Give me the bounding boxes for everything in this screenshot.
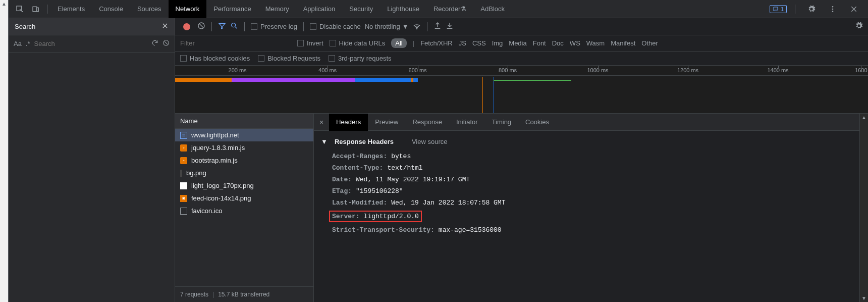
detail-tab-response[interactable]: Response: [405, 114, 449, 131]
third-party-checkbox[interactable]: 3rd-party requests: [329, 55, 392, 62]
header-row: Last-Modified:Wed, 19 Jan 2022 18:07:58 …: [332, 197, 859, 209]
header-value: lighttpd/2.0.0: [364, 213, 419, 220]
disable-cache-checkbox[interactable]: Disable cache: [310, 23, 361, 30]
clear-icon[interactable]: [197, 22, 205, 31]
waterfall-bar: [413, 78, 418, 82]
filter-type-js[interactable]: JS: [459, 39, 466, 47]
invert-checkbox[interactable]: Invert: [297, 39, 323, 47]
throttling-dropdown[interactable]: No throttling ▼: [365, 23, 409, 30]
request-row[interactable]: bg.png: [175, 167, 313, 179]
document-icon: ≡: [180, 132, 187, 139]
request-name: light_logo_170px.png: [191, 182, 254, 189]
header-row: Content-Type:text/html: [332, 162, 859, 174]
regex-toggle[interactable]: .*: [26, 40, 30, 47]
filter-type-css[interactable]: CSS: [472, 39, 486, 47]
divider: [795, 5, 795, 14]
inspect-icon[interactable]: [14, 3, 26, 15]
request-row[interactable]: ◦jquery-1.8.3.min.js: [175, 141, 313, 154]
detail-tab-timing[interactable]: Timing: [485, 114, 519, 131]
rss-icon: ◙: [180, 195, 187, 202]
tab-recorder[interactable]: Recorder ⚗: [426, 0, 473, 18]
has-blocked-cookies-checkbox[interactable]: Has blocked cookies: [180, 55, 250, 62]
detail-tab-cookies[interactable]: Cookies: [518, 114, 556, 131]
network-timeline[interactable]: 200 ms400 ms600 ms800 ms1000 ms1200 ms14…: [175, 66, 868, 114]
image-icon: [180, 182, 187, 189]
network-settings-icon[interactable]: [855, 22, 863, 31]
filter-type-doc[interactable]: Doc: [552, 39, 564, 47]
tab-adblock[interactable]: AdBlock: [473, 0, 512, 18]
filter-type-font[interactable]: Font: [533, 39, 546, 47]
filter-type-other[interactable]: Other: [641, 39, 658, 47]
request-row[interactable]: ◦bootstrap.min.js: [175, 154, 313, 167]
detail-tab-headers[interactable]: Headers: [329, 114, 368, 131]
header-name: Accept-Ranges:: [332, 153, 387, 160]
tab-console[interactable]: Console: [92, 0, 130, 18]
record-button[interactable]: [183, 23, 190, 30]
refresh-search-icon[interactable]: [151, 39, 158, 48]
waterfall-bar: [232, 78, 355, 82]
filter-type-img[interactable]: Img: [492, 39, 503, 47]
tab-elements[interactable]: Elements: [50, 0, 92, 18]
request-row[interactable]: ◙feed-icon-14x14.png: [175, 192, 313, 205]
js-icon: ◦: [180, 144, 187, 152]
request-name: www.lighttpd.net: [191, 131, 239, 139]
upload-har-icon[interactable]: [433, 22, 442, 31]
filter-type-ws[interactable]: WS: [570, 39, 580, 47]
header-value: max-age=31536000: [439, 226, 502, 234]
search-input[interactable]: [34, 40, 147, 47]
close-devtools-icon[interactable]: [848, 3, 860, 15]
devtools-tab-bar: ElementsConsoleSourcesNetworkPerformance…: [9, 0, 868, 18]
svg-point-5: [832, 11, 834, 12]
filter-type-manifest[interactable]: Manifest: [611, 39, 635, 47]
request-name: favicon.ico: [191, 207, 222, 215]
match-case-toggle[interactable]: Aa: [14, 40, 22, 47]
scrollbar-up-icon[interactable]: ▲: [2, 0, 7, 8]
filter-type-media[interactable]: Media: [509, 39, 526, 47]
search-icon[interactable]: [230, 22, 238, 31]
filter-type-wasm[interactable]: Wasm: [586, 39, 605, 47]
tab-performance[interactable]: Performance: [206, 0, 258, 18]
list-footer: 7 requests | 15.7 kB transferred: [175, 286, 313, 302]
filter-input[interactable]: [180, 39, 291, 47]
filter-type-fetchxhr[interactable]: Fetch/XHR: [420, 39, 453, 47]
download-har-icon[interactable]: [446, 22, 454, 31]
device-toggle-icon[interactable]: [30, 3, 42, 15]
close-search-icon[interactable]: [161, 22, 169, 31]
close-detail-icon[interactable]: ×: [314, 118, 329, 126]
clear-search-icon[interactable]: [162, 39, 170, 48]
network-conditions-icon[interactable]: [413, 22, 421, 31]
list-header-name[interactable]: Name: [175, 114, 313, 129]
settings-icon[interactable]: [805, 3, 818, 15]
header-value: Wed, 11 May 2022 19:19:17 GMT: [356, 176, 470, 183]
divider: [427, 22, 427, 31]
tab-sources[interactable]: Sources: [130, 0, 169, 18]
filter-type-all[interactable]: All: [391, 38, 406, 48]
collapse-toggle-icon[interactable]: ▼: [321, 138, 328, 145]
waterfall-bar: [175, 78, 232, 82]
header-row: ETag:"1595106228": [332, 185, 859, 197]
chevron-down-icon: ▼: [402, 23, 409, 30]
request-row[interactable]: favicon.ico: [175, 205, 313, 217]
hide-data-urls-checkbox[interactable]: Hide data URLs: [330, 39, 386, 47]
detail-tab-initiator[interactable]: Initiator: [449, 114, 485, 131]
header-value: bytes: [391, 153, 411, 160]
request-name: bootstrap.min.js: [191, 157, 238, 164]
tab-network[interactable]: Network: [169, 0, 207, 18]
tab-application[interactable]: Application: [296, 0, 343, 18]
tab-lighthouse[interactable]: Lighthouse: [380, 0, 426, 18]
blocked-requests-checkbox[interactable]: Blocked Requests: [258, 55, 320, 62]
detail-tab-preview[interactable]: Preview: [368, 114, 405, 131]
filter-icon[interactable]: [218, 22, 226, 31]
scrollbar-up-icon[interactable]: ▲: [861, 114, 866, 121]
messages-badge[interactable]: 1: [770, 5, 787, 13]
divider: [47, 5, 47, 14]
more-icon[interactable]: [827, 3, 839, 15]
request-row[interactable]: light_logo_170px.png: [175, 179, 313, 192]
request-row[interactable]: ≡www.lighttpd.net: [175, 129, 313, 141]
scrollbar-down-icon[interactable]: ▼: [861, 294, 866, 302]
view-source-link[interactable]: View source: [412, 138, 448, 145]
preserve-log-checkbox[interactable]: Preserve log: [251, 23, 297, 30]
tab-memory[interactable]: Memory: [258, 0, 296, 18]
tab-security[interactable]: Security: [342, 0, 380, 18]
load-line: [494, 80, 571, 81]
